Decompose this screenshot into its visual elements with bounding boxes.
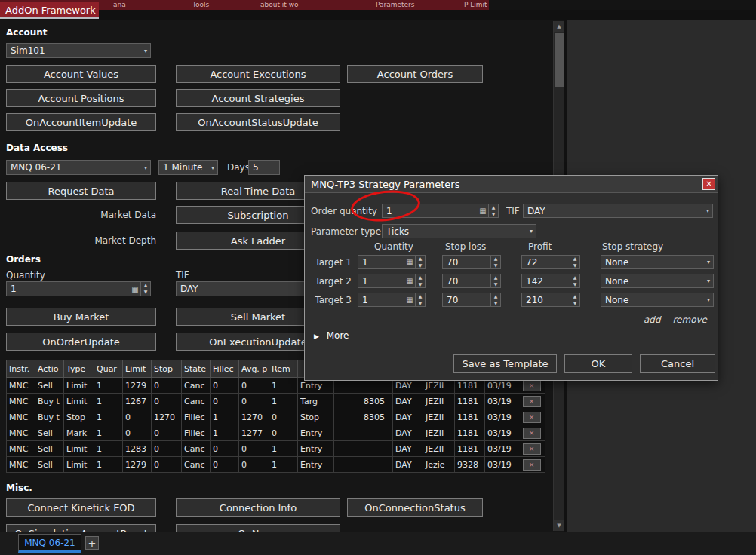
target-profit-field[interactable]: 210▲▼ — [521, 293, 580, 307]
spin-up-icon[interactable]: ▲ — [416, 256, 425, 262]
spin-up-icon[interactable]: ▲ — [491, 256, 500, 262]
calculator-icon[interactable]: ▦ — [130, 285, 140, 293]
spin-down-icon[interactable]: ▼ — [416, 281, 425, 288]
spin-down-icon[interactable]: ▼ — [416, 300, 425, 307]
target-profit-field[interactable]: 72▲▼ — [521, 255, 580, 269]
connection-info-button[interactable]: Connection Info — [176, 498, 340, 517]
spin-up-icon[interactable]: ▲ — [489, 204, 498, 211]
target-stop-loss-field[interactable]: 70▲▼ — [442, 255, 501, 269]
spinner[interactable]: ▲▼ — [490, 293, 500, 306]
spin-down-icon[interactable]: ▼ — [491, 281, 500, 288]
connect-kinetick-button[interactable]: Connect Kinetick EOD — [6, 498, 156, 517]
target-profit-field[interactable]: 142▲▼ — [521, 274, 580, 288]
account-select[interactable]: Sim101 ▾ — [6, 43, 151, 58]
instrument-tab[interactable]: MNQ 06-21 — [18, 534, 81, 553]
save-as-template-button[interactable]: Save as Template — [453, 354, 557, 373]
cancel-order-button[interactable]: × — [523, 428, 541, 439]
spinner[interactable]: ▲▼ — [415, 274, 425, 287]
spin-down-icon[interactable]: ▼ — [491, 300, 500, 307]
cancel-order-button[interactable]: × — [523, 459, 541, 471]
spin-down-icon[interactable]: ▼ — [570, 262, 579, 269]
account-orders-button[interactable]: Account Orders — [347, 65, 483, 83]
buy-market-button[interactable]: Buy Market — [6, 308, 156, 326]
order-quantity-spinner[interactable]: ▲▼ — [488, 204, 498, 217]
add-target-link[interactable]: add — [644, 314, 661, 325]
more-expander[interactable]: ▶ More — [314, 330, 349, 341]
calculator-icon[interactable]: ▦ — [478, 207, 488, 215]
on-simulation-account-reset-button[interactable]: OnSimulationAccountReset — [6, 524, 156, 532]
target-strategy-select[interactable]: None▾ — [601, 274, 714, 288]
cancel-button[interactable]: Cancel — [640, 354, 715, 373]
scroll-down-icon[interactable]: ▼ — [554, 520, 564, 531]
spin-down-icon[interactable]: ▼ — [416, 262, 425, 269]
add-tab-button[interactable]: + — [85, 536, 99, 550]
close-icon[interactable]: × — [702, 178, 715, 190]
spin-up-icon[interactable]: ▲ — [570, 293, 579, 300]
orders-table-header[interactable]: Limit — [123, 360, 152, 378]
request-data-button[interactable]: Request Data — [6, 182, 156, 200]
spin-down-icon[interactable]: ▼ — [141, 289, 150, 296]
calculator-icon[interactable]: ▦ — [404, 277, 415, 285]
interval-select[interactable]: 1 Minute ▾ — [158, 160, 218, 175]
spin-up-icon[interactable]: ▲ — [141, 282, 150, 289]
spinner[interactable]: ▲▼ — [490, 256, 500, 268]
target-strategy-select[interactable]: None▾ — [601, 293, 714, 307]
on-account-item-update-button[interactable]: OnAccountItemUpdate — [6, 113, 156, 131]
spinner[interactable]: ▲▼ — [570, 293, 579, 306]
spin-down-icon[interactable]: ▼ — [570, 281, 579, 288]
target-quantity-field[interactable]: 1▦▲▼ — [358, 255, 426, 269]
account-executions-button[interactable]: Account Executions — [176, 65, 340, 83]
on-news-button[interactable]: OnNews — [176, 524, 340, 532]
scroll-up-icon[interactable]: ▲ — [554, 21, 564, 32]
account-strategies-button[interactable]: Account Strategies — [176, 89, 340, 107]
spin-up-icon[interactable]: ▲ — [570, 256, 579, 262]
orders-table-header[interactable]: Fillec — [211, 360, 239, 378]
target-quantity-field[interactable]: 1▦▲▼ — [358, 293, 426, 307]
remove-target-link[interactable]: remove — [672, 314, 707, 325]
spinner[interactable]: ▲▼ — [570, 256, 579, 268]
spin-down-icon[interactable]: ▼ — [570, 300, 579, 307]
spinner[interactable]: ▲▼ — [570, 274, 579, 287]
target-strategy-select[interactable]: None▾ — [601, 255, 714, 269]
spin-up-icon[interactable]: ▲ — [416, 274, 425, 281]
instrument-select[interactable]: MNQ 06-21 ▾ — [6, 160, 151, 175]
spin-up-icon[interactable]: ▲ — [491, 293, 500, 300]
account-values-button[interactable]: Account Values — [6, 65, 156, 83]
ok-button[interactable]: OK — [564, 354, 632, 373]
on-account-status-update-button[interactable]: OnAccountStatusUpdate — [176, 113, 340, 131]
cancel-order-button[interactable]: × — [523, 412, 541, 423]
dialog-title-bar[interactable]: MNQ-TP3 Strategy Parameters — [305, 176, 718, 193]
days-input[interactable]: 5 — [248, 160, 280, 175]
orders-table-header[interactable]: Avg. p — [239, 360, 269, 378]
cancel-order-button[interactable]: × — [523, 396, 541, 407]
scroll-thumb[interactable] — [555, 33, 564, 87]
cancel-order-button[interactable]: × — [523, 380, 541, 391]
orders-table-header[interactable]: Type — [64, 360, 94, 378]
spin-up-icon[interactable]: ▲ — [491, 274, 500, 281]
order-quantity-field[interactable]: 1 ▦ ▲▼ — [6, 281, 151, 296]
spinner[interactable]: ▲▼ — [490, 274, 500, 287]
orders-table-header[interactable]: State — [182, 360, 211, 378]
spin-down-icon[interactable]: ▼ — [489, 211, 498, 218]
orders-table-header[interactable]: Actio — [35, 360, 64, 378]
target-stop-loss-field[interactable]: 70▲▼ — [442, 274, 501, 288]
spinner[interactable]: ▲▼ — [415, 293, 425, 306]
target-quantity-field[interactable]: 1▦▲▼ — [358, 274, 426, 288]
orders-table-header[interactable]: Instr. — [7, 360, 35, 378]
orders-table-header[interactable]: Rem — [269, 360, 298, 378]
on-order-update-button[interactable]: OnOrderUpdate — [6, 333, 156, 351]
account-positions-button[interactable]: Account Positions — [6, 89, 156, 107]
orders-table-header[interactable]: Quar — [94, 360, 123, 378]
cancel-order-button[interactable]: × — [523, 443, 541, 455]
spin-up-icon[interactable]: ▲ — [570, 274, 579, 281]
calculator-icon[interactable]: ▦ — [404, 296, 415, 304]
spin-down-icon[interactable]: ▼ — [491, 262, 500, 269]
on-connection-status-button[interactable]: OnConnectionStatus — [347, 498, 483, 517]
spin-up-icon[interactable]: ▲ — [416, 293, 425, 300]
addon-framework-tab[interactable]: AddOn Framework — [0, 2, 99, 19]
calculator-icon[interactable]: ▦ — [404, 258, 415, 266]
dialog-tif-select[interactable]: DAY ▾ — [523, 204, 713, 218]
parameter-type-select[interactable]: Ticks ▾ — [382, 224, 536, 238]
orders-table-header[interactable]: Stop — [152, 360, 182, 378]
spinner[interactable]: ▲▼ — [415, 256, 425, 268]
